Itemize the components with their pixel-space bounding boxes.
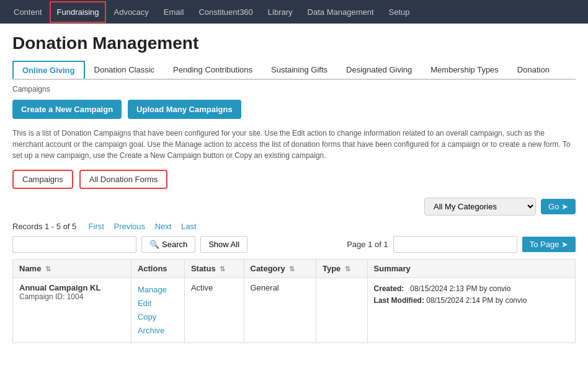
all-donation-forms-button[interactable]: All Donation Forms — [79, 170, 168, 189]
cell-name: Annual Campaign KL Campaign ID: 1004 — [13, 278, 131, 343]
modified-label: Last Modified: — [374, 296, 424, 305]
cell-status: Active — [184, 278, 244, 343]
records-count: Records 1 - 5 of 5 — [12, 222, 76, 231]
nav-email[interactable]: Email — [156, 1, 192, 23]
previous-link[interactable]: Previous — [114, 222, 145, 231]
table-row: Annual Campaign KL Campaign ID: 1004 Man… — [13, 278, 576, 343]
page-number-input[interactable] — [393, 236, 517, 253]
campaigns-table: Name ⇅ Actions Status ⇅ Category ⇅ Type … — [12, 259, 576, 343]
page-info: Page 1 of 1 To Page ➤ — [347, 236, 576, 253]
manage-link[interactable]: Manage — [138, 283, 178, 297]
col-status: Status ⇅ — [184, 260, 244, 278]
nav-fundraising[interactable]: Fundraising — [50, 1, 107, 23]
campaign-id: Campaign ID: 1004 — [19, 292, 125, 301]
nav-setup[interactable]: Setup — [381, 1, 417, 23]
view-toggle: Campaigns All Donation Forms — [12, 170, 576, 189]
tab-donation[interactable]: Donation — [508, 61, 559, 79]
go-button[interactable]: Go ➤ — [541, 199, 576, 214]
edit-link[interactable]: Edit — [138, 297, 178, 310]
archive-link[interactable]: Archive — [138, 324, 178, 338]
search-button[interactable]: 🔍 Search — [141, 236, 195, 253]
first-link[interactable]: First — [89, 222, 104, 231]
tab-pending-contributions[interactable]: Pending Contributions — [164, 61, 262, 79]
table-header-row: Name ⇅ Actions Status ⇅ Category ⇅ Type … — [13, 260, 576, 278]
cell-category: General — [244, 278, 316, 343]
tab-membership-types[interactable]: Membership Types — [421, 61, 508, 79]
name-sort-icon[interactable]: ⇅ — [45, 265, 51, 273]
campaigns-toggle-button[interactable]: Campaigns — [12, 170, 73, 189]
tab-donation-classic[interactable]: Donation Classic — [85, 61, 164, 79]
info-text: This is a list of Donation Campaigns tha… — [12, 128, 576, 161]
col-name: Name ⇅ — [13, 260, 131, 278]
last-link[interactable]: Last — [181, 222, 197, 231]
to-page-button[interactable]: To Page ➤ — [522, 237, 576, 252]
records-line: Records 1 - 5 of 5 First Previous Next L… — [12, 222, 576, 231]
type-sort-icon[interactable]: ⇅ — [345, 265, 350, 273]
copy-link[interactable]: Copy — [138, 310, 178, 324]
breadcrumb: Campaigns — [12, 85, 576, 94]
col-summary: Summary — [367, 260, 575, 278]
summary-created: Created: 08/15/2024 2:13 PM by convio — [374, 283, 569, 295]
action-buttons: Create a New Campaign Upload Many Campai… — [12, 100, 576, 119]
status-sort-icon[interactable]: ⇅ — [220, 265, 225, 273]
tab-sustaining-gifts[interactable]: Sustaining Gifts — [262, 61, 337, 79]
category-sort-icon[interactable]: ⇅ — [289, 265, 295, 273]
search-icon: 🔍 — [149, 240, 159, 249]
summary-modified: Last Modified: 08/15/2024 2:14 PM by con… — [374, 295, 569, 307]
col-type: Type ⇅ — [316, 260, 367, 278]
next-link[interactable]: Next — [155, 222, 172, 231]
tab-designated-giving[interactable]: Designated Giving — [337, 61, 421, 79]
cell-actions: Manage Edit Copy Archive — [131, 278, 184, 343]
nav-data-management[interactable]: Data Management — [300, 1, 381, 23]
modified-date: 08/15/2024 2:14 PM by convio — [426, 296, 527, 305]
created-date: 08/15/2024 2:13 PM by convio — [410, 284, 510, 293]
search-row: 🔍 Search Show All Page 1 of 1 To Page ➤ — [12, 236, 576, 253]
show-all-button[interactable]: Show All — [200, 236, 247, 253]
campaign-name: Annual Campaign KL — [19, 283, 125, 292]
col-category: Category ⇅ — [244, 260, 316, 278]
upload-campaigns-button[interactable]: Upload Many Campaigns — [128, 100, 241, 119]
col-actions: Actions — [131, 260, 184, 278]
sub-tabs: Online Giving Donation Classic Pending C… — [12, 61, 576, 80]
search-input[interactable] — [12, 236, 136, 253]
category-filter-row: All My Categories Go ➤ — [12, 198, 576, 216]
page-of: Page 1 of 1 — [347, 240, 388, 249]
page-title: Donation Management — [12, 33, 576, 53]
top-navigation: Content Fundraising Advocacy Email Const… — [0, 0, 588, 24]
created-label: Created: — [374, 284, 404, 293]
create-campaign-button[interactable]: Create a New Campaign — [12, 100, 122, 119]
tab-online-giving[interactable]: Online Giving — [12, 61, 85, 80]
nav-constituent360[interactable]: Constituent360 — [191, 1, 260, 23]
nav-advocacy[interactable]: Advocacy — [106, 1, 156, 23]
nav-content[interactable]: Content — [6, 1, 50, 23]
nav-library[interactable]: Library — [261, 1, 300, 23]
cell-type — [316, 278, 367, 343]
cell-summary: Created: 08/15/2024 2:13 PM by convio La… — [367, 278, 575, 343]
page-content: Donation Management Online Giving Donati… — [0, 24, 588, 353]
search-label: Search — [162, 240, 187, 249]
category-select[interactable]: All My Categories — [424, 198, 536, 216]
